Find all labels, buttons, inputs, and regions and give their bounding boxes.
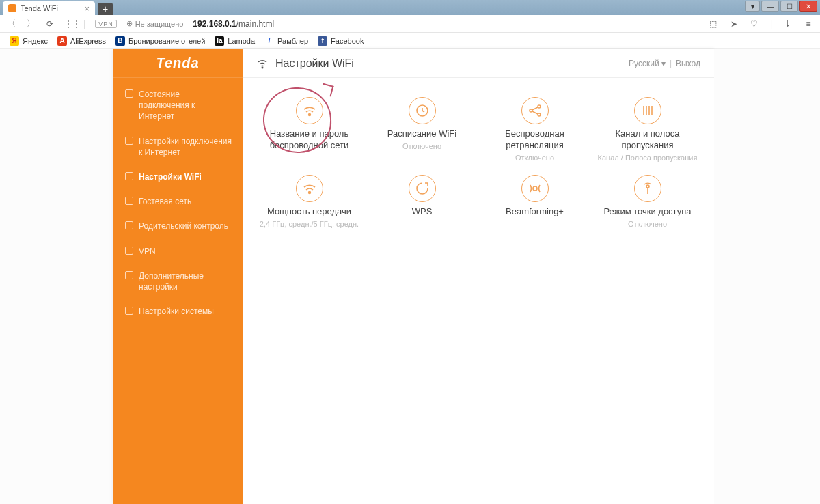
sidebar-item-icon: [125, 197, 133, 205]
settings-tile[interactable]: Расписание WiFiОтключено: [369, 93, 475, 167]
bookmark-item[interactable]: AAliExpress: [57, 36, 106, 46]
sidebar-item-label: Настройки системы: [139, 306, 214, 317]
bookmark-favicon: B: [115, 36, 125, 46]
window-maximize-button[interactable]: ☐: [780, 1, 798, 12]
tile-subtitle: 2,4 ГГц, средн./5 ГГц, средн.: [259, 219, 359, 229]
sidebar-item-icon: [125, 221, 133, 229]
main-panel: Настройки WiFi Русский ▾ | Выход Названи…: [243, 49, 714, 504]
bookmark-favicon: A: [57, 36, 67, 46]
sidebar-item-label: Настройки подключения к Интернет: [139, 136, 232, 158]
svg-point-6: [308, 192, 310, 194]
browser-tabbar: Tenda WiFi × + ▾ — ☐ ✕: [0, 0, 820, 15]
sidebar-item-label: Состояние подключения к Интернет: [139, 89, 232, 122]
tile-title: Канал и полоса пропускания: [597, 128, 698, 152]
sidebar-item-icon: [125, 271, 133, 279]
tile-icon: [409, 97, 436, 124]
browser-toolbar: 〈 〉 ⟳ ⋮⋮ | VPN ⊕ Не защищено 192.168.0.1…: [0, 15, 820, 33]
svg-point-3: [530, 109, 532, 112]
sidebar-item-label: Настройки WiFi: [139, 171, 202, 182]
router-admin-app: Tenda Состояние подключения к ИнтернетНа…: [113, 49, 714, 504]
tile-subtitle: Отключено: [597, 219, 698, 229]
page-title: Настройки WiFi: [275, 57, 354, 70]
browser-tab[interactable]: Tenda WiFi ×: [3, 1, 95, 15]
vpn-badge[interactable]: VPN: [95, 20, 117, 28]
sidebar-item[interactable]: Состояние подключения к Интернет: [113, 82, 243, 129]
tile-icon: [296, 175, 323, 202]
svg-point-8: [646, 185, 649, 188]
bookmark-item[interactable]: laLamoda: [215, 36, 255, 46]
tile-subtitle: Канал / Полоса пропускания: [597, 153, 698, 163]
logout-link[interactable]: Выход: [676, 59, 700, 68]
window-minimize-button[interactable]: —: [761, 1, 779, 12]
svg-point-0: [262, 67, 263, 68]
tab-favicon: [8, 4, 16, 12]
tile-subtitle: Отключено: [372, 141, 472, 151]
download-icon[interactable]: ⭳: [783, 19, 793, 29]
bookmark-label: Яндекс: [23, 37, 48, 45]
nav-reload-icon[interactable]: ⟳: [45, 19, 55, 29]
sidebar-item[interactable]: Дополнительные настройки: [113, 264, 243, 299]
chevron-down-icon: ▾: [661, 59, 666, 68]
bookmark-item[interactable]: /Рамблер: [264, 36, 308, 46]
address-url[interactable]: 192.168.0.1/main.html: [193, 19, 274, 29]
page-gutter-right: [714, 49, 820, 504]
new-tab-button[interactable]: +: [98, 3, 113, 15]
heart-icon[interactable]: ♡: [750, 19, 759, 29]
bookmark-label: Facebook: [331, 37, 364, 45]
sidebar-item-icon: [125, 172, 133, 180]
sidebar-item[interactable]: Настройки WiFi: [113, 165, 243, 189]
bookmark-favicon: la: [215, 36, 224, 46]
tab-title: Tenda WiFi: [20, 4, 58, 12]
bookmark-item[interactable]: fFacebook: [318, 36, 364, 46]
globe-icon: ⊕: [126, 19, 133, 28]
sidebar-item[interactable]: VPN: [113, 239, 243, 264]
tile-title: Расписание WiFi: [372, 128, 472, 140]
sidebar-nav: Состояние подключения к ИнтернетНастройк…: [113, 78, 243, 328]
sidebar-item-label: Дополнительные настройки: [139, 270, 232, 292]
menu-icon[interactable]: ≡: [804, 19, 813, 29]
svg-point-1: [308, 114, 310, 116]
sidebar-item-label: Гостевая сеть: [139, 196, 191, 207]
sidebar-item-label: Родительский контроль: [139, 221, 228, 232]
tile-icon: [521, 97, 549, 124]
svg-point-7: [533, 186, 537, 191]
bookmark-favicon: Я: [10, 36, 19, 46]
sidebar-item[interactable]: Родительский контроль: [113, 214, 243, 238]
bookmark-item[interactable]: BБронирование отелей: [115, 36, 205, 46]
settings-tile[interactable]: Мощность передачи2,4 ГГц, средн./5 ГГц, …: [256, 171, 362, 233]
sidebar: Tenda Состояние подключения к ИнтернетНа…: [113, 49, 243, 504]
tab-close-icon[interactable]: ×: [84, 3, 90, 14]
window-close-button[interactable]: ✕: [800, 1, 817, 12]
tile-icon: [521, 175, 549, 202]
language-selector[interactable]: Русский ▾: [629, 59, 666, 68]
tile-title: Название и пароль беспроводной сети: [259, 128, 359, 152]
nav-forward-icon[interactable]: 〉: [26, 18, 36, 29]
sidebar-item[interactable]: Настройки подключения к Интернет: [113, 129, 243, 165]
settings-tile[interactable]: Название и пароль беспроводной сети: [256, 93, 362, 167]
settings-tile[interactable]: Beamforming+: [482, 171, 588, 233]
bookmarks-bar: ЯЯндексAAliExpressBБронирование отелейla…: [0, 33, 820, 49]
tile-title: Беспроводная ретрансляция: [484, 128, 585, 152]
tile-title: Мощность передачи: [259, 206, 359, 218]
camera-icon[interactable]: ⬚: [709, 19, 718, 29]
tile-icon: [634, 175, 661, 202]
bookmark-label: AliExpress: [70, 37, 106, 45]
tiles-grid: Название и пароль беспроводной сетиРаспи…: [243, 78, 714, 248]
bookmark-favicon: f: [318, 36, 327, 46]
settings-tile[interactable]: Режим точки доступаОтключено: [594, 171, 700, 233]
nav-apps-icon[interactable]: ⋮⋮: [64, 19, 74, 29]
svg-point-5: [538, 113, 541, 116]
send-icon[interactable]: ➤: [729, 19, 739, 29]
settings-tile[interactable]: Беспроводная ретрансляцияОтключено: [482, 93, 588, 167]
sidebar-item[interactable]: Гостевая сеть: [113, 189, 243, 214]
tile-title: Режим точки доступа: [597, 206, 698, 218]
settings-tile[interactable]: WPS: [369, 171, 475, 233]
nav-back-icon[interactable]: 〈: [7, 18, 16, 29]
tile-icon: [409, 175, 436, 202]
settings-tile[interactable]: Канал и полоса пропусканияКанал / Полоса…: [594, 93, 700, 167]
security-indicator[interactable]: ⊕ Не защищено: [126, 19, 184, 28]
sidebar-item-icon: [125, 247, 133, 255]
window-dropdown-icon[interactable]: ▾: [745, 1, 760, 12]
sidebar-item[interactable]: Настройки системы: [113, 299, 243, 324]
bookmark-item[interactable]: ЯЯндекс: [10, 36, 48, 46]
